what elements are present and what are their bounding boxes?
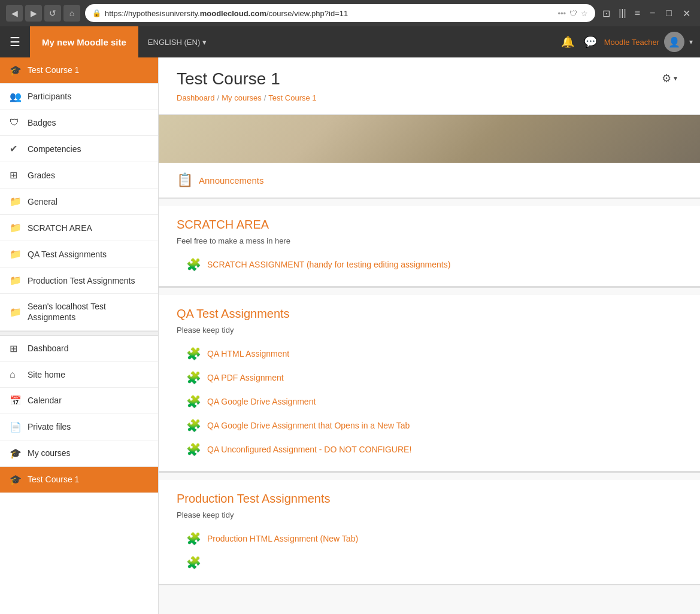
avatar-chevron-icon[interactable]: ▾: [689, 38, 693, 46]
puzzle-icon-1: 🧩: [186, 257, 201, 272]
screen-icon[interactable]: ⊡: [600, 7, 613, 20]
qa-activity-3[interactable]: 🧩 QA Google Drive Assignment: [159, 390, 700, 414]
star-icon[interactable]: ☆: [581, 9, 588, 18]
qa-pdf-assignment-link[interactable]: QA PDF Assignment: [207, 373, 284, 382]
announcements-link[interactable]: Announcements: [199, 175, 263, 186]
qa-activity-2[interactable]: 🧩 QA PDF Assignment: [159, 366, 700, 390]
avatar[interactable]: 👤: [664, 32, 684, 52]
folder-icon-4: 📁: [10, 275, 22, 286]
folder-icon: 📁: [10, 196, 22, 207]
minimize-icon[interactable]: −: [646, 8, 659, 19]
back-button[interactable]: ◀: [6, 5, 23, 22]
sidebar-item-production-test-assignments[interactable]: 📁 Production Test Assignments: [0, 268, 158, 294]
breadcrumb-my-courses[interactable]: My courses: [222, 93, 261, 102]
bars-icon[interactable]: |||: [616, 7, 628, 20]
sidebar-item-label: Badges: [28, 117, 56, 128]
top-navigation: ☰ My new Moodle site ENGLISH (EN) ▾ 🔔 💬 …: [0, 26, 700, 57]
puzzle-icon-4: 🧩: [186, 394, 201, 409]
qa-test-assignments-title: QA Test Assignments: [159, 295, 700, 323]
sidebar-item-my-courses[interactable]: 🎓 My courses: [0, 440, 158, 467]
file-icon: 📄: [10, 421, 22, 433]
puzzle-icon-7: 🧩: [186, 531, 201, 546]
section-divider-1: [159, 198, 700, 199]
sidebar-item-label: Production Test Assignments: [28, 275, 135, 286]
more-options-icon[interactable]: •••: [558, 9, 566, 18]
qa-test-assignments-section: QA Test Assignments Please keep tidy 🧩 Q…: [159, 295, 700, 472]
sidebar-item-site-home[interactable]: ⌂ Site home: [0, 362, 158, 388]
breadcrumb-current[interactable]: Test Course 1: [268, 93, 316, 102]
browser-actions: ⊡ ||| ≡ − □ ✕: [600, 7, 694, 20]
reload-button[interactable]: ↺: [44, 5, 61, 22]
breadcrumb-sep-1: /: [217, 93, 220, 102]
sidebar-item-private-files[interactable]: 📄 Private files: [0, 414, 158, 440]
address-bar[interactable]: 🔒 https://hypothesisuniversity.moodleclo…: [85, 4, 595, 22]
qa-activity-1[interactable]: 🧩 QA HTML Assignment: [159, 342, 700, 366]
gear-button[interactable]: ⚙ ▾: [657, 69, 682, 87]
scratch-assignment-link[interactable]: SCRATCH ASSIGNMENT (handy for testing ed…: [207, 260, 450, 269]
sidebar-item-test-course-1-top[interactable]: 🎓 Test Course 1: [0, 57, 158, 84]
language-chevron-icon: ▾: [202, 38, 207, 47]
puzzle-icon-8: 🧩: [186, 555, 201, 570]
sidebar-item-general[interactable]: 📁 General: [0, 189, 158, 215]
sidebar-item-label: Test Course 1: [28, 65, 79, 75]
qa-activity-5[interactable]: 🧩 QA Unconfigured Assignment - DO NOT CO…: [159, 437, 700, 461]
badge-icon: 🛡: [10, 117, 22, 128]
sidebar-item-calendar[interactable]: 📅 Calendar: [0, 388, 158, 414]
qa-googledrive-assignment-link[interactable]: QA Google Drive Assignment: [207, 397, 316, 406]
lock-icon: 🔒: [92, 9, 101, 17]
production-test-assignments-subtitle: Please keep tidy: [159, 508, 700, 527]
production-html-assignment-link[interactable]: Production HTML Assignment (New Tab): [207, 534, 358, 543]
sidebar-item-test-course-1-bottom[interactable]: 🎓 Test Course 1: [0, 467, 158, 493]
scratch-area-title: SCRATCH AREA: [159, 206, 700, 234]
breadcrumb-sep-2: /: [264, 93, 266, 102]
sidebar-item-scratch-area[interactable]: 📁 SCRATCH AREA: [0, 215, 158, 241]
production-activity-1[interactable]: 🧩 Production HTML Assignment (New Tab): [159, 527, 700, 551]
sidebar-item-dashboard[interactable]: ⊞ Dashboard: [0, 336, 158, 362]
sidebar-item-participants[interactable]: 👥 Participants: [0, 84, 158, 110]
hamburger-button[interactable]: ☰: [0, 26, 30, 57]
maximize-icon[interactable]: □: [662, 8, 675, 19]
teacher-name-link[interactable]: Moodle Teacher: [604, 38, 659, 47]
gear-chevron-icon: ▾: [674, 74, 677, 83]
menu-icon[interactable]: ≡: [632, 7, 643, 20]
announcements-icon: 📋: [177, 172, 193, 188]
folder-icon-3: 📁: [10, 248, 22, 260]
qa-unconfigured-link[interactable]: QA Unconfigured Assignment - DO NOT CONF…: [207, 445, 411, 454]
competencies-icon: ✔: [10, 143, 22, 154]
home-button[interactable]: ⌂: [63, 5, 80, 22]
qa-googledrive-newtab-link[interactable]: QA Google Drive Assignment that Opens in…: [207, 421, 410, 430]
folder-icon-2: 📁: [10, 222, 22, 233]
sidebar-item-grades[interactable]: ⊞ Grades: [0, 162, 158, 189]
message-button[interactable]: 💬: [581, 33, 599, 51]
sidebar-item-label: QA Test Assignments: [28, 249, 107, 260]
forward-button[interactable]: ▶: [25, 5, 42, 22]
browser-nav-buttons: ◀ ▶ ↺ ⌂: [6, 5, 80, 22]
puzzle-icon-3: 🧩: [186, 370, 201, 385]
qa-activity-4[interactable]: 🧩 QA Google Drive Assignment that Opens …: [159, 414, 700, 437]
sidebar-item-seans-localhost[interactable]: 📁 Sean's localhost Test Assignments: [0, 294, 158, 330]
scratch-activity-1[interactable]: 🧩 SCRATCH ASSIGNMENT (handy for testing …: [159, 253, 700, 276]
puzzle-icon-5: 🧩: [186, 418, 201, 433]
language-selector[interactable]: ENGLISH (EN) ▾: [138, 38, 216, 47]
qa-test-assignments-subtitle: Please keep tidy: [159, 323, 700, 342]
site-name-button[interactable]: My new Moodle site: [30, 26, 138, 57]
sidebar-item-qa-test-assignments[interactable]: 📁 QA Test Assignments: [0, 241, 158, 268]
sidebar-item-label: SCRATCH AREA: [28, 223, 92, 233]
notification-button[interactable]: 🔔: [559, 33, 577, 51]
scratch-area-subtitle: Feel free to make a mess in here: [159, 234, 700, 253]
sidebar-item-badges[interactable]: 🛡 Badges: [0, 110, 158, 136]
course-hero-image: [159, 115, 700, 163]
content-area: Test Course 1 Dashboard / My courses / T…: [159, 57, 700, 614]
production-activity-2[interactable]: 🧩: [159, 551, 700, 575]
production-test-assignments-section: Production Test Assignments Please keep …: [159, 480, 700, 585]
my-courses-icon: 🎓: [10, 448, 22, 459]
sidebar-item-competencies[interactable]: ✔ Competencies: [0, 136, 158, 162]
announcements-section: 📋 Announcements: [159, 163, 700, 198]
qa-html-assignment-link[interactable]: QA HTML Assignment: [207, 349, 289, 358]
sidebar-item-label: Site home: [28, 369, 65, 380]
sidebar-item-label: My courses: [28, 448, 71, 458]
breadcrumb-dashboard[interactable]: Dashboard: [177, 93, 215, 102]
language-label: ENGLISH (EN): [148, 38, 200, 47]
course-icon: 🎓: [10, 474, 22, 485]
close-icon[interactable]: ✕: [679, 8, 694, 19]
